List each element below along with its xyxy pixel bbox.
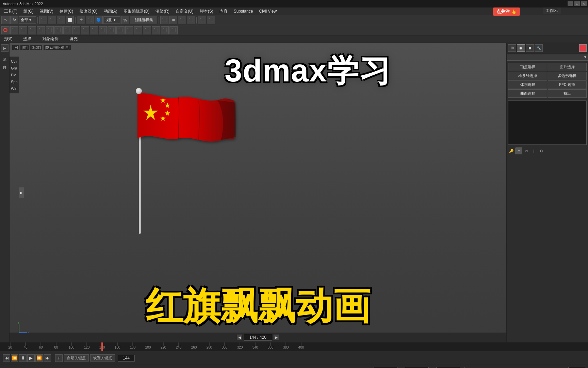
shapes6-tool[interactable]: ⬛: [46, 26, 54, 34]
go-start-btn[interactable]: ⏮: [3, 354, 10, 362]
selection-region[interactable]: ⬜: [66, 16, 74, 24]
rpanel-btn-2[interactable]: ◉: [517, 44, 525, 52]
mirror-tool[interactable]: ⬛: [178, 16, 186, 24]
menu-group[interactable]: 组(G): [21, 8, 36, 15]
shapes18-tool[interactable]: ⬛: [152, 26, 160, 34]
menu-customize[interactable]: 自定义(U): [173, 8, 196, 15]
maximize-button[interactable]: □: [574, 1, 580, 6]
prev-frame-btn[interactable]: ◀: [237, 335, 242, 340]
undo-button[interactable]: ⬛: [39, 16, 47, 24]
view-dropdown[interactable]: 视图 ▾: [103, 16, 120, 24]
shapes-tool[interactable]: ⭕: [1, 26, 10, 34]
expand-left-arrow[interactable]: ▶: [19, 187, 24, 198]
modifier-dropdown[interactable]: ▾: [507, 54, 588, 61]
ri-gear-icon[interactable]: ⚙: [538, 148, 545, 154]
spline-select-btn[interactable]: 样条线选择: [508, 72, 547, 80]
left-btn-1[interactable]: ▶: [1, 44, 9, 52]
auto-keyframe-btn[interactable]: 自动关键点: [64, 354, 89, 362]
go-end-btn[interactable]: ⏭: [44, 354, 51, 362]
grid-tool[interactable]: ⊞: [169, 16, 177, 24]
menu-graph-editor[interactable]: 图形编辑器(D): [121, 8, 152, 15]
next-key-btn[interactable]: ⏩: [35, 354, 43, 362]
shapes19-tool[interactable]: ⬛: [161, 26, 169, 34]
set-keyframe-btn[interactable]: 设置关键点: [90, 354, 115, 362]
vertex-select-btn[interactable]: 顶点选择: [508, 63, 547, 71]
subtb-xuanze[interactable]: 选择: [20, 35, 34, 43]
shapes13-tool[interactable]: ⬛: [108, 26, 116, 34]
viewport-plus-btn[interactable]: [+]: [12, 45, 19, 50]
volume-select-btn[interactable]: 体积选择: [508, 80, 547, 89]
shapes11-tool[interactable]: ⬛: [90, 26, 98, 34]
shapes3-tool[interactable]: ⬛: [19, 26, 27, 34]
menu-script[interactable]: 脚本(S): [197, 8, 216, 15]
pause-btn[interactable]: ⏸: [19, 354, 27, 362]
shapes9-tool[interactable]: ⬛: [72, 26, 80, 34]
scale-tool[interactable]: ⬛: [86, 16, 94, 24]
select-filter[interactable]: ⬛: [57, 16, 65, 24]
percent-tool[interactable]: %: [121, 16, 129, 24]
shapes7-tool[interactable]: ⬛: [54, 26, 63, 34]
menu-civilview[interactable]: Civil View: [256, 8, 279, 14]
shapes20-tool[interactable]: ⬛: [169, 26, 178, 34]
menu-tools[interactable]: 工具(T): [1, 8, 20, 15]
shapes2-tool[interactable]: ⬛: [10, 26, 18, 34]
x-input[interactable]: [374, 367, 397, 368]
play-btn[interactable]: ▶: [27, 354, 35, 362]
ri-key-icon[interactable]: 🔑: [508, 148, 515, 154]
menu-render[interactable]: 渲染(R): [153, 8, 172, 15]
face-select-btn[interactable]: 面片选择: [548, 63, 587, 71]
ribbon-tool[interactable]: ⬛: [207, 16, 215, 24]
next-frame-btn[interactable]: ▶: [274, 335, 279, 340]
y-input[interactable]: [405, 367, 429, 368]
select-tool[interactable]: ↖: [1, 16, 10, 24]
shapes12-tool[interactable]: ⬛: [99, 26, 107, 34]
rpanel-btn-1[interactable]: ⊞: [508, 44, 516, 52]
shapes5-tool[interactable]: ⬛: [37, 26, 45, 34]
menu-substance[interactable]: Substance: [231, 8, 256, 14]
frame-number-input[interactable]: 144: [118, 355, 135, 362]
close-button[interactable]: ✕: [581, 1, 587, 6]
viewport-shade-btn[interactable]: [默认明暗处理]: [44, 45, 71, 50]
menu-view[interactable]: 视图(V): [37, 8, 56, 15]
viewport-front-btn[interactable]: [前]: [20, 45, 29, 50]
ri-list-icon[interactable]: ≡: [516, 148, 522, 154]
shapes15-tool[interactable]: ⬛: [125, 26, 133, 34]
menu-modifier[interactable]: 修改器(O): [77, 8, 100, 15]
extrude-btn[interactable]: 挤出: [548, 89, 587, 98]
menu-create[interactable]: 创建(C): [57, 8, 76, 15]
build-selection[interactable]: 创建选择集: [130, 16, 157, 24]
selection-mode-dropdown[interactable]: 全部 ▾: [19, 16, 36, 24]
subtb-xingshi[interactable]: 形式: [1, 35, 15, 43]
z-input[interactable]: [436, 367, 460, 368]
subtb-drawobject[interactable]: 对象绘制: [39, 35, 61, 43]
shapes16-tool[interactable]: ⬛: [134, 26, 142, 34]
ffd-select-btn[interactable]: FFD 选择: [548, 80, 587, 89]
align-tool[interactable]: ⬛: [160, 16, 168, 24]
bottom-frame-input[interactable]: [568, 367, 585, 368]
surface-select-btn[interactable]: 曲面选择: [508, 89, 547, 98]
menu-content[interactable]: 内容: [217, 8, 230, 15]
shapes17-tool[interactable]: ⬛: [143, 26, 151, 34]
shapes8-tool[interactable]: ⬛: [63, 26, 71, 34]
rpanel-btn-4[interactable]: 🔧: [535, 44, 543, 52]
add-keyframe-btn[interactable]: +: [55, 354, 63, 362]
snap-toggle[interactable]: 🔵: [95, 16, 103, 24]
rpanel-color-swatch[interactable]: [579, 44, 587, 52]
shapes14-tool[interactable]: ⬛: [116, 26, 125, 34]
viewport-standard-btn[interactable]: [标准]: [30, 45, 42, 50]
ri-copy-icon[interactable]: ⧉: [523, 148, 530, 154]
menu-animation[interactable]: 动画(A): [101, 8, 120, 15]
array-tool[interactable]: ⬛: [187, 16, 195, 24]
prev-key-btn[interactable]: ⏪: [11, 354, 18, 362]
rpanel-btn-3[interactable]: ◼: [526, 44, 534, 52]
poly-select-btn[interactable]: 多边形选择: [548, 72, 587, 80]
timeline-ruler-area[interactable]: 20 40 60 80 100 120 140 160 180 200 220 …: [0, 342, 588, 351]
rotate-tool[interactable]: ↻: [10, 16, 18, 24]
move-tool[interactable]: ✛: [77, 16, 85, 24]
shapes10-tool[interactable]: ⬛: [81, 26, 89, 34]
redo-button[interactable]: ⬛: [48, 16, 56, 24]
shapes4-tool[interactable]: ⬛: [28, 26, 36, 34]
minimize-button[interactable]: —: [568, 1, 573, 6]
subtb-fill[interactable]: 填充: [67, 35, 80, 43]
layer-manager[interactable]: ⬛: [198, 16, 206, 24]
